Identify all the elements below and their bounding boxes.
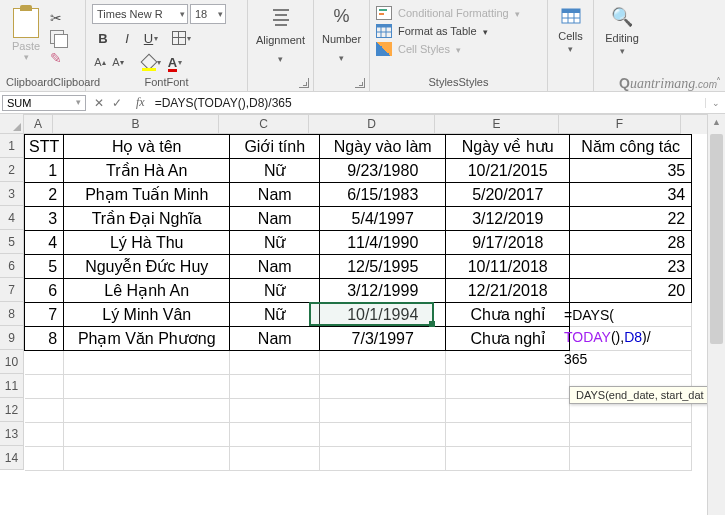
decrease-font-button[interactable]: A▾ [110,53,126,71]
cell[interactable]: 2 [25,183,64,207]
row-header[interactable]: 2 [0,158,24,182]
copy-icon[interactable] [50,30,64,44]
underline-button[interactable]: U▾ [140,28,162,48]
cell[interactable]: 12/21/2018 [446,279,570,303]
row-header[interactable]: 14 [0,446,24,470]
borders-button[interactable]: ▾ [170,28,192,48]
cell[interactable]: 12/5/1995 [320,255,446,279]
col-header[interactable]: F [559,115,681,134]
cell[interactable]: Chưa nghỉ [446,327,570,351]
cell[interactable]: 6/15/1983 [320,183,446,207]
expand-formula-bar-icon[interactable]: ⌄ [705,98,725,108]
find-icon[interactable]: 🔍 [611,6,633,28]
cell[interactable]: 3 [25,207,64,231]
dialog-launcher-icon[interactable] [355,78,365,88]
header-cell[interactable]: STT [25,135,64,159]
cell[interactable]: 28 [570,231,692,255]
enter-formula-button[interactable]: ✓ [112,96,122,110]
cell[interactable]: 10/11/2018 [446,255,570,279]
conditional-formatting-button[interactable]: Conditional Formatting ▾ [376,6,541,20]
fx-icon[interactable]: fx [130,95,151,110]
row-header[interactable]: 11 [0,374,24,398]
cell[interactable]: 10/1/1994 [320,303,446,327]
font-color-button[interactable]: A▾ [164,52,186,72]
cell[interactable]: 23 [570,255,692,279]
font-size-combo[interactable]: 18 [190,4,226,24]
name-box[interactable]: SUM [2,95,86,111]
header-cell[interactable]: Năm công tác [570,135,692,159]
cell[interactable]: 6 [25,279,64,303]
cell[interactable]: Nữ [230,231,320,255]
col-header[interactable]: A [24,115,53,134]
header-cell[interactable]: Họ và tên [64,135,230,159]
col-header[interactable]: E [435,115,559,134]
row-header[interactable]: 10 [0,350,24,374]
cell[interactable]: 35 [570,159,692,183]
fill-color-button[interactable]: ▾ [140,52,162,72]
cell[interactable]: 9/23/1980 [320,159,446,183]
cells-icon[interactable] [561,6,581,26]
scroll-thumb[interactable] [710,134,723,344]
select-all-corner[interactable] [0,114,24,134]
cell[interactable]: Lý Hà Thu [64,231,230,255]
percent-icon[interactable]: % [333,6,349,27]
bold-button[interactable]: B [92,28,114,48]
header-cell[interactable]: Ngày về hưu [446,135,570,159]
cell[interactable]: 3/12/1999 [320,279,446,303]
italic-button[interactable]: I [116,28,138,48]
formula-input[interactable]: =DAYS(TODAY(),D8)/365 [151,95,705,111]
increase-font-button[interactable]: A▴ [92,53,108,71]
format-painter-icon[interactable]: ✎ [50,50,66,64]
collapse-ribbon-icon[interactable]: ˄ [716,76,721,87]
cancel-formula-button[interactable]: ✕ [94,96,104,110]
cell[interactable]: 9/17/2018 [446,231,570,255]
cell[interactable]: 11/4/1990 [320,231,446,255]
cell[interactable] [570,303,692,327]
alignment-icon[interactable] [270,6,292,28]
cell[interactable]: 3/12/2019 [446,207,570,231]
col-header[interactable]: B [53,115,219,134]
row-header[interactable]: 13 [0,422,24,446]
cell[interactable]: Nam [230,255,320,279]
cell[interactable]: 5/20/2017 [446,183,570,207]
cell[interactable]: 5/4/1997 [320,207,446,231]
scroll-up-icon[interactable]: ▲ [708,114,725,127]
cell[interactable]: 7/3/1997 [320,327,446,351]
cell[interactable]: 1 [25,159,64,183]
cell[interactable]: Nam [230,327,320,351]
row-header[interactable]: 5 [0,230,24,254]
cell[interactable]: Nữ [230,279,320,303]
cell[interactable]: Nguyễn Đức Huy [64,255,230,279]
row-header[interactable]: 8 [0,302,24,326]
cell[interactable]: 4 [25,231,64,255]
paste-button[interactable]: Paste ▾ [6,8,46,62]
cell[interactable]: 22 [570,207,692,231]
cell[interactable]: Nữ [230,303,320,327]
col-header[interactable]: D [309,115,435,134]
cell[interactable]: 34 [570,183,692,207]
cell[interactable]: Phạm Tuấn Minh [64,183,230,207]
cell[interactable]: Trần Hà An [64,159,230,183]
grid[interactable]: STT Họ và tên Giới tính Ngày vào làm Ngà… [24,134,707,515]
row-header[interactable]: 1 [0,134,24,158]
cell-styles-button[interactable]: Cell Styles ▾ [376,42,541,56]
cell[interactable] [570,327,692,351]
cell[interactable]: 7 [25,303,64,327]
cell[interactable]: Lê Hạnh An [64,279,230,303]
cell[interactable]: Lý Minh Vân [64,303,230,327]
format-as-table-button[interactable]: Format as Table ▾ [376,24,541,38]
cell[interactable]: 8 [25,327,64,351]
vertical-scrollbar[interactable]: ▲ [707,114,725,515]
header-cell[interactable]: Giới tính [230,135,320,159]
col-header[interactable]: C [219,115,309,134]
dialog-launcher-icon[interactable] [299,78,309,88]
row-header[interactable]: 12 [0,398,24,422]
cut-icon[interactable]: ✂ [50,10,66,24]
row-header[interactable]: 7 [0,278,24,302]
cell[interactable]: 10/21/2015 [446,159,570,183]
row-header[interactable]: 6 [0,254,24,278]
header-cell[interactable]: Ngày vào làm [320,135,446,159]
font-name-combo[interactable]: Times New R [92,4,188,24]
cell[interactable]: 5 [25,255,64,279]
cell[interactable]: Nam [230,183,320,207]
